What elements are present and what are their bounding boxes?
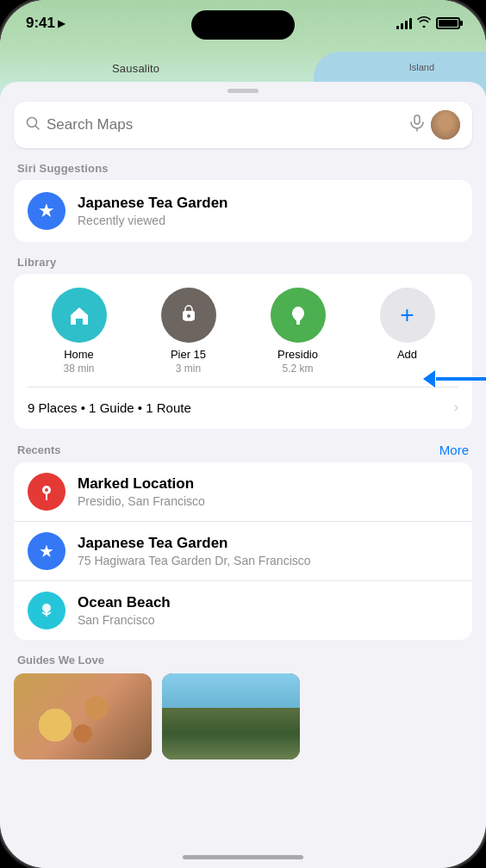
recent-marked-subtitle: Presidio, San Francisco [78, 494, 205, 508]
search-icon [26, 116, 40, 133]
location-home-name: Home [64, 348, 94, 361]
avatar[interactable] [431, 110, 460, 140]
suggestion-subtitle: Recently viewed [78, 214, 228, 227]
ocean-beach-icon [28, 592, 65, 629]
recent-beach-name: Ocean Beach [78, 594, 171, 611]
recents-section-header: Recents More [0, 429, 486, 462]
siri-suggestion-item[interactable]: Japanese Tea Garden Recently viewed [14, 180, 472, 242]
search-input[interactable] [47, 116, 403, 133]
location-pier-name: Pier 15 [171, 348, 206, 361]
suggestion-text: Japanese Tea Garden Recently viewed [78, 195, 228, 227]
svg-point-8 [45, 488, 48, 492]
location-item-add[interactable]: + Add [356, 288, 458, 375]
guides-row [0, 673, 486, 760]
status-time: 9:41 ▶ [26, 15, 65, 32]
phone-frame: Sausalito Island 9:41 ▶ [0, 0, 486, 868]
guide-food-image [14, 673, 152, 760]
suggestion-name: Japanese Tea Garden [78, 195, 228, 212]
blue-arrow-head [423, 370, 435, 388]
guide-card-food[interactable] [14, 673, 152, 760]
wifi-icon [417, 16, 431, 30]
recent-marked-name: Marked Location [78, 475, 205, 493]
location-presidio-name: Presidio [277, 348, 318, 361]
recent-beach-subtitle: San Francisco [78, 613, 171, 627]
bottom-sheet: Siri Suggestions Japanese Tea Garden Rec… [0, 82, 486, 868]
recent-item-beach[interactable]: Ocean Beach San Francisco [14, 580, 472, 640]
recent-tea-name: Japanese Tea Garden [78, 535, 311, 552]
map-island-label: Island [409, 62, 434, 72]
recent-beach-text: Ocean Beach San Francisco [78, 594, 171, 627]
library-footer[interactable]: 9 Places • 1 Guide • 1 Route › [28, 387, 458, 415]
chevron-right-icon: › [454, 400, 458, 415]
location-home-detail: 38 min [63, 363, 94, 375]
recent-item-tea[interactable]: ★ Japanese Tea Garden 75 Hagiwara Tea Ga… [14, 521, 472, 580]
location-grid: Home 38 min Pier 15 3 min [28, 288, 458, 375]
home-indicator [183, 855, 303, 859]
svg-line-1 [35, 126, 39, 129]
siri-suggestions-card: Japanese Tea Garden Recently viewed [14, 180, 472, 242]
recent-marked-text: Marked Location Presidio, San Francisco [78, 475, 205, 508]
dynamic-island [191, 10, 295, 40]
battery-icon [436, 17, 460, 29]
location-item-pier[interactable]: Pier 15 3 min [137, 288, 240, 375]
guide-mountain-image [162, 673, 300, 760]
location-presidio-detail: 5.2 km [282, 363, 313, 375]
location-arrow-icon: ▶ [58, 18, 65, 29]
blue-arrow-indicator [424, 370, 486, 388]
siri-suggestions-header: Siri Suggestions [0, 148, 486, 180]
recents-card: Marked Location Presidio, San Francisco … [14, 462, 472, 640]
presidio-icon [271, 288, 326, 343]
library-footer-text: 9 Places • 1 Guide • 1 Route [28, 400, 191, 415]
location-add-name: Add [397, 348, 417, 361]
marked-location-icon [28, 473, 65, 511]
sheet-handle [227, 89, 259, 93]
library-header: Library [0, 242, 486, 274]
recent-tea-subtitle: 75 Hagiwara Tea Garden Dr, San Francisco [78, 554, 311, 567]
map-sausalito-label: Sausalito [112, 62, 159, 75]
status-icons [396, 16, 460, 30]
recent-item-marked[interactable]: Marked Location Presidio, San Francisco [14, 462, 472, 521]
star-icon [38, 200, 55, 222]
location-item-home[interactable]: Home 38 min [28, 288, 130, 375]
signal-bars-icon [396, 17, 412, 29]
recents-title: Recents [17, 443, 61, 456]
blue-arrow-shaft [436, 377, 486, 381]
pier-icon [161, 288, 216, 343]
svg-rect-6 [296, 320, 300, 325]
search-bar[interactable] [14, 102, 472, 148]
library-card: Home 38 min Pier 15 3 min [14, 274, 472, 429]
guides-header: Guides We Love [0, 640, 486, 673]
tea-garden-icon: ★ [28, 532, 65, 570]
guide-card-mountain[interactable] [162, 673, 300, 760]
add-icon: + [380, 288, 435, 343]
svg-point-5 [187, 314, 190, 318]
svg-rect-2 [414, 115, 420, 124]
suggestion-star-icon [28, 192, 65, 230]
home-icon [52, 288, 107, 343]
location-item-presidio[interactable]: Presidio 5.2 km [246, 288, 349, 375]
recent-tea-text: Japanese Tea Garden 75 Hagiwara Tea Gard… [78, 535, 311, 567]
location-pier-detail: 3 min [176, 363, 201, 375]
more-button[interactable]: More [439, 443, 469, 457]
mic-icon[interactable] [410, 115, 424, 135]
